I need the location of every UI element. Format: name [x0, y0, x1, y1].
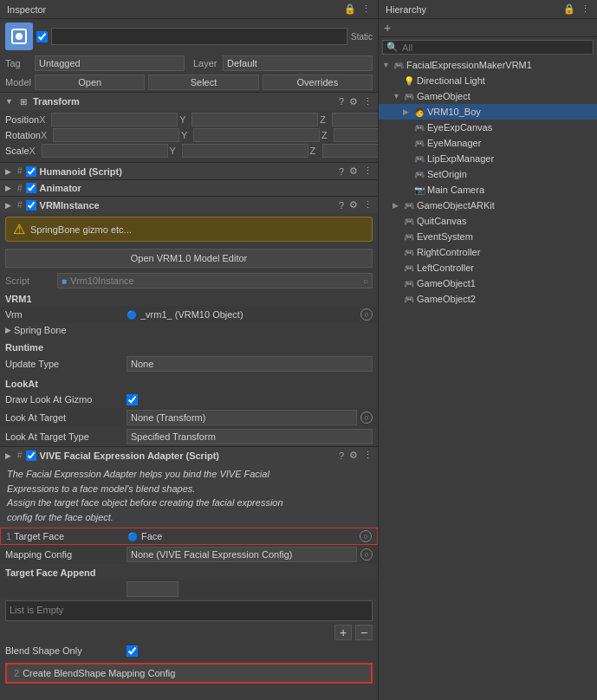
lookat-target-select-icon[interactable]: ○ — [360, 412, 373, 424]
hierarchy-item-3[interactable]: ▶ 🧑 VRM10_Boy — [379, 104, 597, 120]
hierarchy-search-bar: 🔍 — [382, 40, 594, 55]
create-blendshape-button[interactable]: 2 Create BlendShape Mapping Config — [5, 663, 373, 684]
more-icon-vive[interactable]: ⋮ — [363, 450, 373, 461]
hierarchy-header-icons: 🔒 ⋮ — [563, 3, 590, 15]
mapping-config-dropdown[interactable]: None (VIVE Facial Expression Config) — [127, 547, 357, 562]
animator-header[interactable]: ▶ # Animator — [0, 180, 378, 196]
h-label-5: EyeManager — [427, 138, 481, 148]
hierarchy-item-9[interactable]: ▶ 🎮 GameObjectARKit — [379, 198, 597, 213]
humanoid-section: ▶ # Humanoid (Script) ? ⚙ ⋮ — [0, 162, 378, 179]
layer-dropdown[interactable]: Default — [223, 55, 373, 71]
scale-axis: X 1 Y 1 Z 1 — [29, 144, 378, 158]
add-icon[interactable]: + — [382, 21, 393, 35]
overrides-button[interactable]: Overrides — [263, 75, 373, 90]
h-caret-9: ▶ — [393, 201, 403, 210]
update-type-row: Update Type None — [0, 354, 378, 373]
more-icon[interactable]: ⋮ — [361, 3, 371, 15]
x-label-scale: X — [29, 146, 40, 156]
hierarchy-lock-icon[interactable]: 🔒 — [563, 3, 575, 15]
scale-x-input[interactable]: 1 — [42, 144, 168, 158]
h-caret-15 — [393, 295, 403, 303]
hierarchy-item-11[interactable]: 🎮 EventSystem — [379, 229, 597, 244]
hierarchy-item-8[interactable]: 📷 Main Camera — [379, 182, 597, 198]
pos-x-input[interactable]: 0 — [51, 113, 178, 126]
more-icon-v[interactable]: ⋮ — [363, 199, 373, 211]
gameobject-name-input[interactable]: VRM10_Boy — [51, 28, 347, 45]
rot-x-input[interactable]: 0 — [53, 128, 179, 142]
draw-gizmo-checkbox[interactable] — [127, 394, 138, 405]
pos-y-input[interactable]: 0 — [191, 113, 318, 126]
lookat-type-dropdown[interactable]: Specified Transform — [127, 429, 373, 444]
hierarchy-item-10[interactable]: 🎮 QuitCanvas — [379, 213, 597, 229]
hierarchy-item-2[interactable]: ▼ 🎮 GameObject — [379, 88, 597, 104]
tag-dropdown[interactable]: Untagged — [35, 55, 185, 71]
more-icon-h[interactable]: ⋮ — [363, 165, 373, 177]
list-remove-button[interactable]: − — [355, 625, 373, 640]
hierarchy-item-12[interactable]: 🎮 RightController — [379, 244, 597, 260]
vrm-select-icon[interactable]: ○ — [360, 308, 373, 321]
humanoid-checkbox[interactable] — [26, 166, 36, 177]
hierarchy-item-5[interactable]: 🎮 EyeManager — [379, 135, 597, 151]
hierarchy-item-4[interactable]: 🎮 EyeExpCanvas — [379, 120, 597, 135]
help-icon[interactable]: ? — [339, 96, 344, 107]
open-button[interactable]: Open — [35, 75, 145, 90]
hierarchy-item-15[interactable]: 🎮 GameObject2 — [379, 291, 597, 307]
mapping-config-select-icon[interactable]: ○ — [360, 548, 373, 561]
lookat-target-dropdown[interactable]: None (Transform) — [127, 410, 357, 425]
hierarchy-item-6[interactable]: 🎮 LipExpManager — [379, 151, 597, 166]
scale-y-input[interactable]: 1 — [182, 144, 308, 158]
rotation-axis: X 0 Y 0 Z 0 — [41, 128, 378, 142]
scale-z-input[interactable]: 1 — [322, 144, 378, 158]
target-face-select-icon[interactable]: ○ — [360, 530, 372, 542]
settings-icon-v[interactable]: ⚙ — [349, 199, 358, 211]
vive-adapter-header[interactable]: ▶ # VIVE Facial Expression Adapter (Scri… — [0, 447, 378, 463]
transform-header[interactable]: ▼ ⊞ Transform ? ⚙ ⋮ — [0, 93, 378, 110]
list-area: List is Empty — [5, 600, 373, 621]
runtime-section-header: Runtime — [0, 339, 378, 354]
list-add-button[interactable]: + — [334, 625, 352, 640]
help-icon-v[interactable]: ? — [339, 200, 344, 211]
inspector-title: Inspector — [7, 4, 46, 15]
circle-select-icon[interactable]: ○ — [363, 276, 368, 286]
hierarchy-item-1[interactable]: 💡 Directional Light — [379, 73, 597, 88]
draw-gizmo-label: Draw Look At Gizmo — [5, 394, 127, 405]
pos-z-input[interactable]: 0 — [332, 113, 378, 126]
lock-icon[interactable]: 🔒 — [344, 3, 356, 15]
select-button[interactable]: Select — [148, 75, 258, 90]
lookat-type-wrapper: Specified Transform — [127, 429, 373, 444]
gameobject-active-checkbox[interactable] — [36, 31, 48, 42]
h-icon-8: 📷 — [413, 184, 425, 196]
update-type-dropdown[interactable]: None — [127, 356, 373, 372]
more-icon-t[interactable]: ⋮ — [363, 96, 373, 107]
h-caret-7 — [403, 170, 413, 178]
settings-icon-vive[interactable]: ⚙ — [349, 450, 358, 461]
blend-shape-checkbox[interactable] — [127, 645, 138, 657]
hierarchy-item-14[interactable]: 🎮 GameObject1 — [379, 275, 597, 291]
rot-y-input[interactable]: 0 — [193, 128, 320, 142]
append-num-input[interactable]: 0 — [127, 581, 178, 597]
vrm-field-label: Vrm — [5, 309, 127, 320]
z-label-scale: Z — [310, 146, 321, 156]
vrm-instance-header[interactable]: ▶ # VRMInstance ? ⚙ ⋮ — [0, 197, 378, 213]
vrm-field-value: 🔵 _vrm1_ (VRM10 Object) ○ — [127, 308, 373, 321]
hierarchy-item-13[interactable]: 🎮 LeftController — [379, 260, 597, 275]
hierarchy-item-7[interactable]: 🎮 SetOrigin — [379, 166, 597, 182]
transform-header-icons: ? ⚙ ⋮ — [339, 96, 373, 107]
humanoid-header[interactable]: ▶ # Humanoid (Script) ? ⚙ ⋮ — [0, 163, 378, 179]
vive-checkbox[interactable] — [26, 450, 36, 461]
h-caret-3: ▶ — [403, 107, 413, 116]
animator-checkbox[interactable] — [26, 183, 36, 193]
gameobject-icon — [5, 23, 33, 50]
rot-z-input[interactable]: 0 — [334, 128, 378, 142]
hierarchy-more-icon[interactable]: ⋮ — [581, 3, 590, 15]
help-icon-vive[interactable]: ? — [339, 450, 344, 461]
help-icon-h[interactable]: ? — [339, 166, 344, 177]
spring-bone-caret[interactable]: ▶ — [5, 326, 14, 334]
settings-icon-h[interactable]: ⚙ — [349, 165, 358, 177]
vrm-checkbox[interactable] — [26, 200, 36, 211]
open-vrm-editor-button[interactable]: Open VRM1.0 Model Editor — [5, 249, 373, 268]
search-input[interactable] — [402, 42, 589, 53]
settings-icon[interactable]: ⚙ — [349, 96, 358, 107]
hierarchy-item-0[interactable]: ▼ 🎮 FacialExpressionMakerVRM1 — [379, 57, 597, 73]
animator-title: Animator — [40, 183, 373, 193]
